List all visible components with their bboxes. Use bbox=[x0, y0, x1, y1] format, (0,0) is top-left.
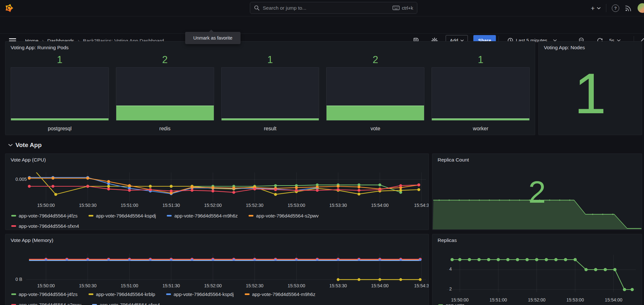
gauge-fill bbox=[11, 118, 109, 120]
x-tick-label: 15:53:30 bbox=[329, 203, 347, 208]
x-tick-label: 15:54:00 bbox=[371, 283, 389, 288]
news-rss-button[interactable] bbox=[625, 5, 632, 12]
legend-series-name: app-vote bbox=[446, 302, 464, 305]
gauge-label: result bbox=[221, 121, 319, 132]
nav-right-actions: + ? bbox=[591, 0, 644, 16]
x-tick-label: 15:50:00 bbox=[37, 203, 55, 208]
legend-swatch bbox=[245, 293, 250, 295]
legend-item[interactable]: app-vote-796d4d5564-sfxn4 bbox=[92, 302, 160, 305]
nav-divider bbox=[606, 4, 606, 12]
legend-series-name: app-vote-796d4d5564-krblp bbox=[96, 291, 155, 297]
favorite-tooltip-label: Unmark as favorite bbox=[193, 35, 232, 41]
legend-row: app-vote-796d4d5564-j4fzsapp-vote-796d4d… bbox=[11, 213, 319, 218]
legend-swatch bbox=[249, 215, 253, 217]
legend-item[interactable]: app-vote-796d4d5564-m9h6z bbox=[245, 291, 316, 297]
bar-gauge-vote: 2vote bbox=[326, 52, 424, 132]
x-tick-label: 15:51:30 bbox=[162, 283, 180, 288]
legend-item[interactable]: app-vote-796d4d5564-kspdj bbox=[89, 213, 156, 218]
legend-item[interactable]: app-vote-796d4d5564-j4fzs bbox=[11, 213, 78, 218]
x-axis: 15:50:0015:50:3015:51:0015:51:3015:52:00… bbox=[5, 203, 429, 208]
legend-series-name: app-vote-796d4d5564-sfxn4 bbox=[19, 223, 79, 229]
legend-item[interactable]: app-vote bbox=[438, 302, 464, 305]
x-axis: 15:50:0015:50:3015:51:0015:51:3015:52:00… bbox=[5, 283, 429, 289]
x-tick-label: 15:52:00 bbox=[204, 203, 222, 208]
legend-swatch bbox=[167, 215, 172, 217]
legend-series-name: app-vote-796d4d5564-j4fzs bbox=[19, 291, 78, 297]
panel-vote-app-memory: Vote App (Memory) 0 B 15:50:0015:50:3015… bbox=[5, 234, 429, 305]
legend-item[interactable]: app-vote-796d4d5564-s2pwv bbox=[11, 302, 81, 305]
legend-item[interactable]: app-vote-796d4d5564-krblp bbox=[89, 291, 155, 297]
gauge-value: 2 bbox=[326, 52, 424, 67]
search-input[interactable]: Search or jump to... ctrl+k bbox=[250, 2, 417, 14]
panel-title[interactable]: Voting App: Running Pods bbox=[11, 45, 69, 51]
top-nav: Search or jump to... ctrl+k + ? bbox=[0, 0, 644, 16]
chevron-down-icon bbox=[597, 7, 601, 9]
nodes-stat-value: 1 bbox=[539, 54, 642, 133]
legend-item[interactable]: app-vote-796d4d5564-s2pwv bbox=[249, 213, 318, 218]
x-tick-label: 15:53:00 bbox=[288, 283, 305, 288]
gauge-track bbox=[326, 67, 424, 121]
gauge-label: redis bbox=[116, 121, 214, 132]
legend-series-name: app-vote-796d4d5564-kspdj bbox=[174, 291, 234, 297]
panel-title[interactable]: Vote App (Memory) bbox=[11, 237, 53, 243]
panel-title[interactable]: Voting App: Nodes bbox=[544, 45, 585, 51]
gauge-fill bbox=[327, 106, 424, 120]
gauge-value: 1 bbox=[11, 52, 109, 67]
gauge-track bbox=[11, 67, 109, 121]
help-button[interactable]: ? bbox=[612, 5, 619, 12]
legend-row: app-vote bbox=[438, 302, 464, 305]
gauge-value: 2 bbox=[116, 52, 214, 67]
new-dropdown-button[interactable]: + bbox=[591, 5, 601, 12]
panel-running-pods: Voting App: Running Pods 1postgresql2red… bbox=[5, 41, 535, 135]
grafana-logo-icon[interactable] bbox=[5, 3, 14, 13]
search-icon bbox=[254, 5, 260, 11]
x-tick-label: 15:53:30 bbox=[329, 283, 347, 288]
legend-item[interactable]: app-vote-796d4d5564-sfxn4 bbox=[11, 223, 79, 229]
gauge-label: postgresql bbox=[11, 121, 109, 132]
search-placeholder: Search or jump to... bbox=[263, 5, 393, 11]
panel-title[interactable]: Replicas bbox=[438, 237, 457, 243]
keyboard-icon bbox=[393, 5, 400, 10]
panel-title[interactable]: Vote App (CPU) bbox=[11, 157, 46, 163]
favorite-tooltip: Unmark as favorite bbox=[185, 32, 241, 44]
x-tick-label: 15:54:00 bbox=[605, 297, 622, 302]
legend-item[interactable]: app-vote-796d4d5564-m9h6z bbox=[167, 213, 238, 218]
memory-chart bbox=[5, 254, 428, 283]
gauge-label: vote bbox=[326, 121, 424, 132]
panel-replicas: Replicas 4 2 15:50:0015:51:0015:52:0015:… bbox=[432, 234, 642, 305]
gauge-fill bbox=[222, 118, 319, 120]
legend-series-name: app-vote-796d4d5564-m9h6z bbox=[252, 291, 316, 297]
x-tick-label: 15:51:00 bbox=[121, 283, 138, 288]
x-tick-label: 15:51:00 bbox=[489, 297, 507, 302]
legend-series-name: app-vote-796d4d5564-sfxn4 bbox=[99, 302, 160, 305]
x-tick-label: 15:54:3 bbox=[414, 203, 429, 208]
bar-gauge-worker: 1worker bbox=[431, 52, 530, 132]
section-title: Vote App bbox=[15, 142, 42, 149]
legend-item[interactable]: app-vote-796d4d5564-kspdj bbox=[166, 291, 234, 297]
legend-row: app-vote-796d4d5564-s2pwvapp-vote-796d4d… bbox=[11, 302, 160, 305]
gauge-track bbox=[221, 67, 319, 121]
bar-gauge-group: 1postgresql2redis1result2vote1worker bbox=[11, 52, 530, 132]
legend-swatch bbox=[89, 215, 93, 217]
cpu-chart bbox=[5, 172, 428, 202]
gauge-fill bbox=[116, 106, 214, 120]
chevron-down-icon bbox=[8, 144, 13, 146]
x-tick-label: 15:50:30 bbox=[79, 283, 97, 288]
dashboard-toolbar: Home › Dashboards › Back2Basics: Voting … bbox=[0, 16, 644, 34]
legend-swatch bbox=[11, 215, 16, 217]
row-toggle-vote-app[interactable]: Vote App bbox=[8, 139, 42, 151]
x-tick-label: 15:52:30 bbox=[246, 283, 264, 288]
user-avatar[interactable] bbox=[638, 3, 644, 13]
legend-item[interactable]: app-vote-796d4d5564-j4fzs bbox=[11, 291, 78, 297]
legend-series-name: app-vote-796d4d5564-s2pwv bbox=[256, 213, 318, 218]
x-tick-label: 15:50:00 bbox=[451, 297, 469, 302]
legend-swatch bbox=[89, 293, 93, 295]
x-tick-label: 15:50:30 bbox=[79, 203, 97, 208]
x-tick-label: 15:53:00 bbox=[566, 297, 584, 302]
legend-swatch bbox=[11, 225, 16, 227]
x-tick-label: 15:52:00 bbox=[528, 297, 546, 302]
bar-gauge-result: 1result bbox=[221, 52, 319, 132]
gauge-track bbox=[431, 67, 530, 121]
gauge-label: worker bbox=[431, 121, 530, 132]
gauge-fill bbox=[432, 118, 529, 120]
